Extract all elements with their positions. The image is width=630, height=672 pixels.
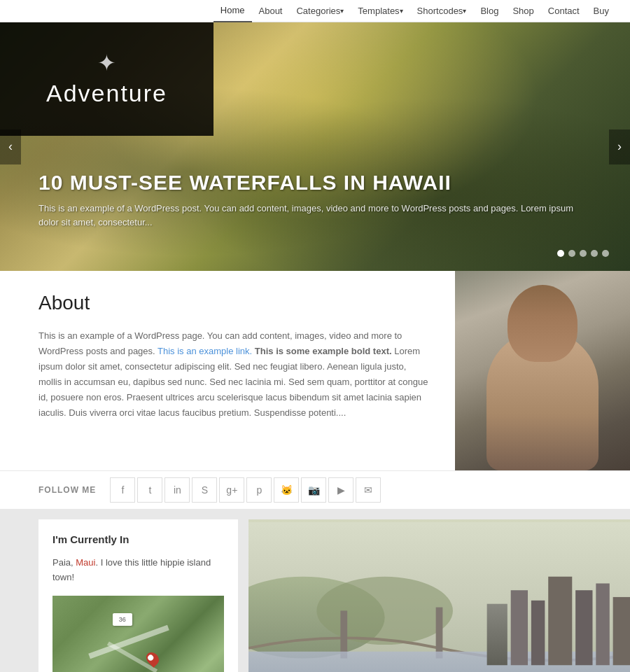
svg-rect-11 bbox=[548, 577, 572, 666]
social-github[interactable]: 🐱 bbox=[274, 477, 299, 503]
currently-city: Paia, bbox=[52, 557, 76, 568]
follow-label: FOLLOW ME bbox=[38, 485, 96, 495]
svg-rect-9 bbox=[511, 590, 528, 665]
hero-description: This is an example of a WordPress post. … bbox=[38, 202, 592, 229]
map-route-badge: 36 bbox=[113, 613, 132, 626]
currently-in-widget: I'm Currently In Paia, Maui. I love this… bbox=[38, 519, 238, 672]
hero-dot-4[interactable] bbox=[591, 250, 598, 257]
social-googleplus[interactable]: g+ bbox=[219, 477, 244, 503]
social-facebook[interactable]: f bbox=[110, 477, 135, 503]
social-pinterest[interactable]: p bbox=[246, 477, 272, 503]
person-portrait bbox=[455, 271, 630, 470]
nav-categories[interactable]: Categories bbox=[289, 0, 351, 22]
currently-in-text: Paia, Maui. I love this little hippie is… bbox=[52, 556, 224, 585]
svg-rect-14 bbox=[613, 597, 630, 665]
social-instagram[interactable]: 📷 bbox=[301, 477, 326, 503]
logo-box: ✦ Adventure bbox=[0, 22, 214, 136]
city-photo bbox=[248, 519, 630, 672]
hero-dot-1[interactable] bbox=[557, 250, 564, 257]
about-title: About bbox=[38, 292, 430, 314]
social-email[interactable]: ✉ bbox=[356, 477, 381, 503]
location-map: 36 bbox=[52, 596, 224, 672]
nav-blog[interactable]: Blog bbox=[473, 0, 505, 22]
svg-rect-10 bbox=[531, 601, 545, 665]
currently-in-title: I'm Currently In bbox=[52, 533, 224, 545]
city-skyline-svg bbox=[248, 519, 630, 672]
hero-dot-3[interactable] bbox=[580, 250, 587, 257]
svg-rect-5 bbox=[340, 610, 347, 658]
nav-home[interactable]: Home bbox=[214, 0, 252, 22]
nav-buy[interactable]: Buy bbox=[587, 0, 616, 22]
hero-content: 10 MUST-SEE WATERFALLS IN HAWAII This is… bbox=[38, 171, 592, 229]
social-youtube[interactable]: ▶ bbox=[328, 477, 354, 503]
hero-dot-2[interactable] bbox=[568, 250, 575, 257]
about-paragraph: This is an example of a WordPress page. … bbox=[38, 328, 430, 421]
svg-rect-7 bbox=[248, 652, 630, 672]
nav-shortcodes[interactable]: Shortcodes bbox=[410, 0, 474, 22]
social-skype[interactable]: S bbox=[192, 477, 217, 503]
about-photo bbox=[455, 271, 630, 470]
svg-rect-12 bbox=[575, 590, 592, 665]
nav-about[interactable]: About bbox=[252, 0, 290, 22]
svg-rect-13 bbox=[596, 583, 609, 665]
svg-rect-8 bbox=[487, 604, 507, 666]
bottom-section: I'm Currently In Paia, Maui. I love this… bbox=[0, 509, 630, 672]
logo-star-icon: ✦ bbox=[97, 52, 116, 74]
social-twitter[interactable]: t bbox=[137, 477, 162, 503]
social-linkedin[interactable]: in bbox=[164, 477, 190, 503]
main-nav: Home About Categories Templates Shortcod… bbox=[0, 0, 630, 22]
hero-next-button[interactable]: › bbox=[609, 130, 630, 164]
hero-slider: ✦ Adventure ‹ › 10 MUST-SEE WATERFALLS I… bbox=[0, 22, 630, 271]
about-link-1[interactable]: This is an example link. bbox=[158, 346, 252, 356]
currently-link[interactable]: Maui bbox=[76, 557, 95, 568]
about-content: About This is an example of a WordPress … bbox=[0, 271, 455, 470]
svg-point-2 bbox=[316, 577, 453, 645]
svg-rect-6 bbox=[436, 608, 443, 659]
nav-shop[interactable]: Shop bbox=[505, 0, 540, 22]
nav-templates[interactable]: Templates bbox=[351, 0, 410, 22]
hero-title: 10 MUST-SEE WATERFALLS IN HAWAII bbox=[38, 171, 592, 195]
nav-contact[interactable]: Contact bbox=[541, 0, 587, 22]
follow-bar: FOLLOW ME f t in S g+ p 🐱 📷 ▶ ✉ bbox=[0, 470, 630, 509]
hero-prev-button[interactable]: ‹ bbox=[0, 130, 21, 164]
hero-pagination bbox=[557, 250, 609, 257]
about-section: About This is an example of a WordPress … bbox=[0, 271, 630, 470]
logo-text: Adventure bbox=[46, 80, 167, 107]
hero-dot-5[interactable] bbox=[602, 250, 609, 257]
